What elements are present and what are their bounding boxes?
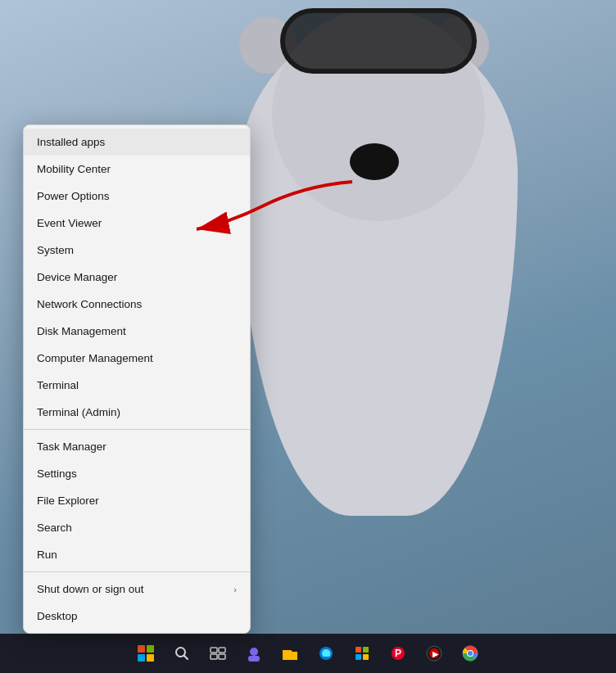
taskbar-teams-button[interactable] [238, 637, 270, 670]
taskbar-search-button[interactable] [165, 637, 198, 670]
context-menu: Installed apps Mobility Center Power Opt… [23, 124, 251, 634]
menu-item-shut-down[interactable]: Shut down or sign out › [24, 576, 250, 603]
menu-item-file-explorer[interactable]: File Explorer [24, 487, 250, 514]
task-view-icon [210, 647, 226, 660]
taskbar-pinterest-button[interactable]: P [382, 637, 414, 670]
chrome-icon [461, 644, 479, 662]
menu-item-task-manager[interactable]: Task Manager [24, 433, 250, 460]
taskbar: P ▶ [0, 634, 616, 673]
menu-item-mobility-center[interactable]: Mobility Center [24, 156, 250, 183]
menu-item-settings[interactable]: Settings [24, 460, 250, 487]
menu-item-terminal[interactable]: Terminal [24, 372, 250, 399]
svg-rect-9 [356, 647, 361, 653]
taskbar-task-view-button[interactable] [202, 637, 234, 670]
menu-item-search[interactable]: Search [24, 514, 250, 541]
file-explorer-icon [281, 645, 299, 662]
taskbar-icon-group: P ▶ [129, 637, 487, 670]
svg-rect-8 [248, 656, 260, 662]
svg-text:P: P [395, 648, 401, 659]
svg-rect-12 [363, 654, 369, 660]
taskbar-game-button[interactable]: ▶ [418, 637, 451, 670]
menu-item-system[interactable]: System [24, 237, 250, 264]
svg-rect-5 [211, 654, 217, 659]
taskbar-file-explorer-button[interactable] [274, 637, 306, 670]
win-logo-blue [138, 654, 145, 662]
menu-divider-2 [24, 571, 250, 572]
menu-item-power-options[interactable]: Power Options [24, 183, 250, 210]
bear-head [272, 8, 485, 221]
menu-item-computer-management[interactable]: Computer Management [24, 345, 250, 372]
taskbar-chrome-button[interactable] [454, 637, 487, 670]
svg-line-2 [184, 656, 188, 660]
taskbar-edge-button[interactable] [310, 637, 342, 670]
menu-item-terminal-admin[interactable]: Terminal (Admin) [24, 399, 250, 426]
win-logo-red [138, 645, 145, 653]
search-icon [174, 646, 189, 661]
bear-glasses [280, 8, 477, 74]
menu-item-run[interactable]: Run [24, 541, 250, 568]
windows-logo-icon [138, 645, 154, 662]
edge-icon [318, 645, 334, 662]
taskbar-store-button[interactable] [346, 637, 378, 670]
win-logo-yellow [147, 654, 154, 662]
menu-item-device-manager[interactable]: Device Manager [24, 264, 250, 291]
menu-divider-1 [24, 429, 250, 430]
taskbar-start-button[interactable] [129, 637, 162, 670]
bear-nose [350, 143, 399, 180]
store-icon [354, 645, 370, 662]
svg-rect-6 [219, 654, 225, 659]
menu-item-event-viewer[interactable]: Event Viewer [24, 210, 250, 237]
menu-item-desktop[interactable]: Desktop [24, 603, 250, 630]
win-logo-green [147, 645, 154, 653]
svg-rect-10 [363, 647, 369, 653]
svg-point-20 [468, 651, 473, 656]
svg-text:▶: ▶ [433, 650, 439, 658]
pinterest-icon: P [390, 645, 406, 662]
shut-down-arrow-icon: › [233, 585, 237, 594]
svg-rect-4 [219, 648, 225, 653]
menu-item-disk-management[interactable]: Disk Management [24, 318, 250, 345]
menu-item-network-connections[interactable]: Network Connections [24, 291, 250, 318]
svg-rect-3 [211, 648, 217, 653]
game-icon: ▶ [425, 644, 443, 662]
svg-rect-11 [356, 654, 361, 660]
teams-icon [245, 644, 263, 662]
menu-item-installed-apps[interactable]: Installed apps [24, 129, 250, 156]
svg-point-7 [250, 648, 258, 656]
